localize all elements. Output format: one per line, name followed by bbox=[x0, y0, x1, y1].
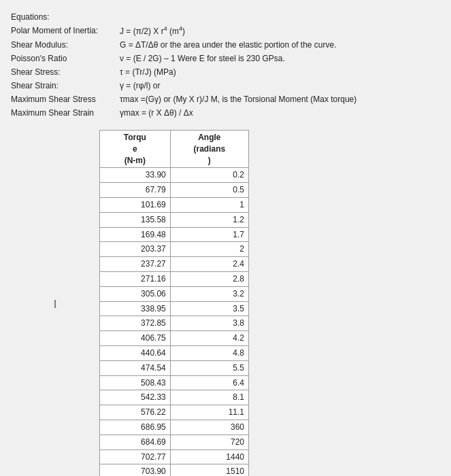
eq-row-1: Shear Modulus:G = ΔT/Δθ or the area unde… bbox=[11, 39, 440, 51]
cell-torque-3: 135.58 bbox=[100, 212, 171, 227]
cell-torque-12: 440.64 bbox=[100, 345, 171, 360]
eq-label-6: Maximum Shear Strain bbox=[11, 107, 120, 119]
cell-angle-20: 1510 bbox=[170, 464, 248, 476]
cell-angle-9: 3.5 bbox=[170, 301, 248, 316]
table-row: 508.436.4 bbox=[100, 375, 249, 390]
cell-torque-14: 508.43 bbox=[100, 375, 171, 390]
eq-row-5: Maximum Shear Stressτmax =(Gγ) or (My X … bbox=[11, 93, 440, 105]
eq-label-4: Shear Strain: bbox=[11, 80, 120, 92]
cell-torque-16: 576.22 bbox=[100, 405, 171, 420]
cell-torque-4: 169.48 bbox=[100, 227, 171, 242]
cell-torque-15: 542.33 bbox=[100, 390, 171, 405]
cell-angle-8: 3.2 bbox=[170, 286, 248, 301]
table-wrapper: Torque(N-m) Angle(radians) 33.900.267.79… bbox=[99, 130, 440, 476]
cell-torque-0: 33.90 bbox=[100, 168, 171, 183]
col-angle-header: Angle(radians) bbox=[170, 131, 248, 168]
equations-section: Equations: Polar Moment of Inertia:J = (… bbox=[11, 11, 440, 119]
eq-label-0: Polar Moment of Inertia: bbox=[11, 24, 120, 37]
eq-formula-5: τmax =(Gγ) or (My X r)/J M, is the Torsi… bbox=[120, 93, 356, 105]
data-table: Torque(N-m) Angle(radians) 33.900.267.79… bbox=[99, 130, 249, 476]
table-row: 576.2211.1 bbox=[100, 405, 249, 420]
cell-angle-4: 1.7 bbox=[170, 227, 248, 242]
table-row: 101.691 bbox=[100, 197, 249, 212]
eq-formula-1: G = ΔT/Δθ or the area under the elastic … bbox=[120, 39, 337, 51]
cell-angle-11: 4.2 bbox=[170, 331, 248, 346]
cell-angle-13: 5.5 bbox=[170, 360, 248, 375]
eq-label-1: Shear Modulus: bbox=[11, 39, 120, 51]
cell-angle-3: 1.2 bbox=[170, 212, 248, 227]
table-row: 474.545.5 bbox=[100, 360, 249, 375]
cell-angle-10: 3.8 bbox=[170, 316, 248, 331]
cell-torque-8: 305.06 bbox=[100, 286, 171, 301]
cell-torque-17: 686.95 bbox=[100, 420, 171, 435]
eq-row-3: Shear Stress:τ = (Tr/J) (MPa) bbox=[11, 66, 440, 78]
eq-formula-2: ν = (E / 2G) – 1 Were E for steel is 230… bbox=[120, 52, 285, 65]
cell-angle-5: 2 bbox=[170, 242, 248, 257]
col-torque-header: Torque(N-m) bbox=[100, 131, 171, 168]
cell-angle-19: 1440 bbox=[170, 449, 248, 464]
table-row: 703.901510 bbox=[100, 464, 249, 476]
cell-torque-11: 406.75 bbox=[100, 331, 171, 346]
table-row: 169.481.7 bbox=[100, 227, 249, 242]
cell-torque-18: 684.69 bbox=[100, 435, 171, 449]
equations-title-row: Equations: bbox=[11, 11, 440, 23]
table-row: 203.372 bbox=[100, 242, 249, 257]
table-row: 67.790.5 bbox=[100, 183, 249, 198]
eq-row-6: Maximum Shear Strainγmax = (r X Δθ) / Δx bbox=[11, 107, 440, 119]
cell-torque-1: 67.79 bbox=[100, 183, 171, 198]
table-row: 271.162.8 bbox=[100, 271, 249, 286]
content-area: I Torque(N-m) Angle(radians) 33.900.267.… bbox=[11, 130, 440, 476]
cell-angle-15: 8.1 bbox=[170, 390, 248, 405]
cell-torque-13: 474.54 bbox=[100, 360, 171, 375]
cell-angle-17: 360 bbox=[170, 420, 248, 435]
table-row: 338.953.5 bbox=[100, 301, 249, 316]
eq-row-2: Poisson's Ratioν = (E / 2G) – 1 Were E f… bbox=[11, 52, 440, 65]
cell-angle-2: 1 bbox=[170, 197, 248, 212]
table-row: 33.900.2 bbox=[100, 168, 249, 183]
cell-torque-19: 702.77 bbox=[100, 449, 171, 464]
table-row: 686.95360 bbox=[100, 420, 249, 435]
table-row: 135.581.2 bbox=[100, 212, 249, 227]
table-row: 542.338.1 bbox=[100, 390, 249, 405]
cell-angle-16: 11.1 bbox=[170, 405, 248, 420]
cell-angle-1: 0.5 bbox=[170, 183, 248, 198]
eq-formula-3: τ = (Tr/J) (MPa) bbox=[120, 66, 176, 78]
cell-angle-0: 0.2 bbox=[170, 168, 248, 183]
table-row: 406.754.2 bbox=[100, 331, 249, 346]
table-row: 702.771440 bbox=[100, 449, 249, 464]
eq-label-3: Shear Stress: bbox=[11, 66, 120, 78]
cell-angle-7: 2.8 bbox=[170, 271, 248, 286]
cell-torque-10: 372.85 bbox=[100, 316, 171, 331]
eq-formula-6: γmax = (r X Δθ) / Δx bbox=[120, 107, 193, 119]
cell-angle-6: 2.4 bbox=[170, 257, 248, 272]
table-row: 237.272.4 bbox=[100, 257, 249, 272]
eq-label-5: Maximum Shear Stress bbox=[11, 93, 120, 105]
left-marker: I bbox=[11, 130, 99, 476]
eq-formula-4: γ = (rφ/l) or bbox=[120, 80, 160, 92]
eq-label-2: Poisson's Ratio bbox=[11, 52, 120, 65]
equations-title: Equations: bbox=[11, 11, 120, 23]
eq-row-0: Polar Moment of Inertia:J = (π/2) X r4 (… bbox=[11, 24, 440, 37]
cell-torque-2: 101.69 bbox=[100, 197, 171, 212]
cell-angle-12: 4.8 bbox=[170, 345, 248, 360]
eq-row-4: Shear Strain:γ = (rφ/l) or bbox=[11, 80, 440, 92]
table-row: 440.644.8 bbox=[100, 345, 249, 360]
cell-torque-5: 203.37 bbox=[100, 242, 171, 257]
cell-torque-7: 271.16 bbox=[100, 271, 171, 286]
cell-torque-9: 338.95 bbox=[100, 301, 171, 316]
table-row: 305.063.2 bbox=[100, 286, 249, 301]
table-row: 372.853.8 bbox=[100, 316, 249, 331]
eq-formula-0: J = (π/2) X r4 (m4) bbox=[120, 24, 185, 37]
table-row: 684.69720 bbox=[100, 435, 249, 449]
cell-angle-18: 720 bbox=[170, 435, 248, 449]
cell-angle-14: 6.4 bbox=[170, 375, 248, 390]
cell-torque-6: 237.27 bbox=[100, 257, 171, 272]
cell-torque-20: 703.90 bbox=[100, 464, 171, 476]
